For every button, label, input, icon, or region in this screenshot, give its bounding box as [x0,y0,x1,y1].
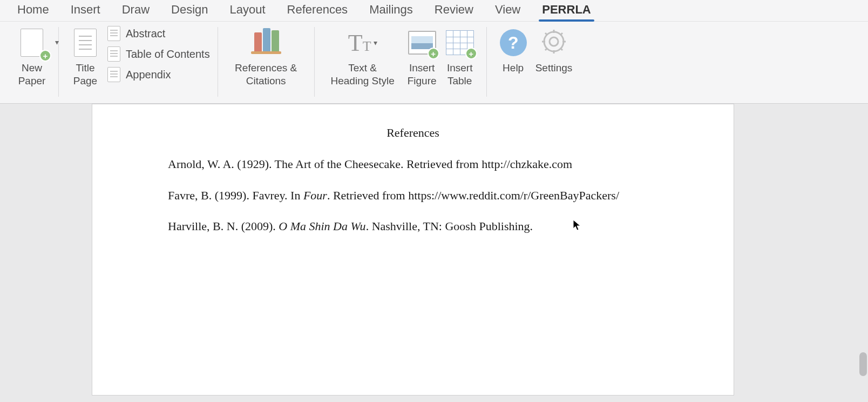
references-heading: References [168,126,658,140]
insert-figure-label: Insert Figure [408,62,437,88]
tab-layout[interactable]: Layout [219,0,276,21]
group-paper: + ▾ New Paper [5,25,58,102]
svg-point-0 [550,37,558,46]
reference-entry: Harville, B. N. (2009). O Ma Shin Da Wu.… [168,218,658,234]
reference-entry: Favre, B. (1999). Favrey. In Four. Retri… [168,187,658,204]
new-paper-button[interactable]: + ▾ New Paper [13,25,51,88]
reference-entry: Arnold, W. A. (1929). The Art of the Che… [168,156,658,172]
insert-table-button[interactable]: + Insert Table [441,25,479,88]
tab-view[interactable]: View [484,0,531,21]
new-paper-label: New Paper [18,62,46,88]
bookshelf-icon [251,28,281,57]
group-references: References & Citations [218,25,314,102]
reference-text: Arnold, W. A. (1929). The Art of the Che… [168,157,572,171]
gear-icon [540,28,567,57]
tab-draw[interactable]: Draw [111,0,160,21]
chevron-down-icon: ▾ [374,38,377,47]
document-workspace: References Arnold, W. A. (1929). The Art… [0,104,868,402]
title-page-icon [74,29,97,57]
references-citations-button[interactable]: References & Citations [226,25,307,88]
help-icon: ? [500,29,527,56]
ribbon-toolbar: + ▾ New Paper Title Page Abstract Table … [0,22,868,104]
abstract-icon [107,26,120,41]
tab-home[interactable]: Home [6,0,60,21]
reference-text: Harville, B. N. (2009). [168,219,279,233]
plus-badge-icon: + [428,48,439,59]
abstract-button[interactable]: Abstract [107,26,210,41]
references-citations-label: References & Citations [235,62,297,88]
tab-design[interactable]: Design [160,0,219,21]
plus-badge-icon: + [39,50,51,62]
toc-button[interactable]: Table of Contents [107,46,210,62]
group-help: ? Help Settings [487,25,584,102]
settings-button[interactable]: Settings [532,25,576,75]
text-heading-style-label: Text & Heading Style [331,62,395,88]
cursor-icon [573,219,581,231]
toc-label: Table of Contents [126,48,210,61]
appendix-label: Appendix [126,69,171,81]
plus-badge-icon: + [465,48,477,59]
group-styles: TT ▾ Text & Heading Style + Insert Figur… [315,25,486,102]
abstract-label: Abstract [126,28,165,40]
appendix-icon [107,67,120,82]
text-style-icon: TT [348,29,371,57]
text-heading-style-button[interactable]: TT ▾ Text & Heading Style [322,25,403,88]
reference-italic: O Ma Shin Da Wu [279,219,365,233]
scrollbar-thumb[interactable] [859,352,867,376]
tab-insert[interactable]: Insert [60,0,111,21]
reference-text: Favre, B. (1999). Favrey. In [168,189,303,202]
reference-text: . Retrieved from https://www.reddit.com/… [327,189,619,202]
ribbon-tabs: Home Insert Draw Design Layout Reference… [0,0,868,22]
tab-review[interactable]: Review [424,0,484,21]
title-page-button[interactable]: Title Page [66,25,104,88]
insert-figure-button[interactable]: + Insert Figure [403,25,441,88]
group-sections: Title Page Abstract Table of Contents Ap… [59,25,218,102]
reference-italic: Four [303,189,327,202]
insert-table-label: Insert Table [447,62,473,88]
tab-perrla[interactable]: PERRLA [531,0,601,21]
document-page[interactable]: References Arnold, W. A. (1929). The Art… [92,104,734,396]
title-page-label: Title Page [73,62,97,88]
reference-text: . Nashville, TN: Goosh Publishing. [366,219,533,233]
toc-icon [107,46,120,62]
appendix-button[interactable]: Appendix [107,67,210,82]
help-label: Help [503,62,524,75]
help-button[interactable]: ? Help [494,25,532,75]
settings-label: Settings [535,62,573,75]
section-sublist: Abstract Table of Contents Appendix [107,25,210,82]
tab-references[interactable]: References [276,0,359,21]
tab-mailings[interactable]: Mailings [358,0,424,21]
chevron-down-icon: ▾ [55,38,59,46]
